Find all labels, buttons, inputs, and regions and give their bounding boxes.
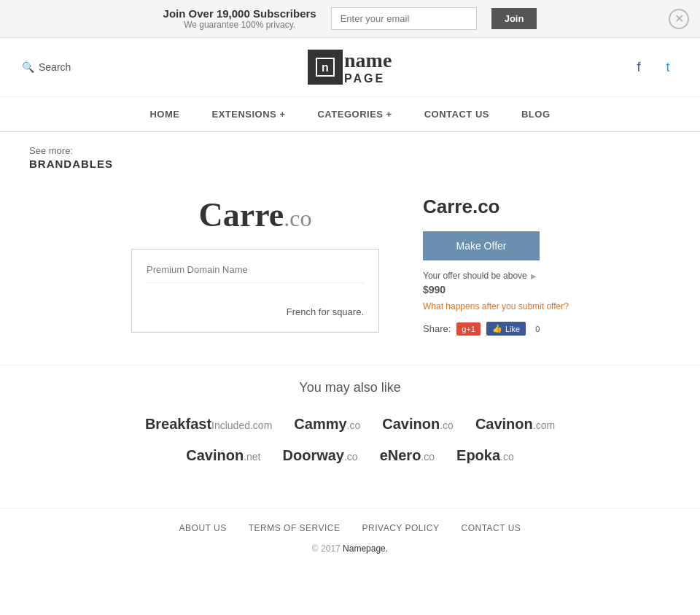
nav-blog[interactable]: BLOG bbox=[505, 97, 567, 131]
domain-desc: French for square. bbox=[147, 292, 364, 317]
domain-grid-row2: Cavinon.net Doorway.co eNero.co Epoka.co bbox=[29, 447, 671, 464]
footer-contact[interactable]: CONTACT US bbox=[461, 523, 521, 533]
banner-title: Join Over 19,000 Subscribers bbox=[163, 7, 316, 20]
also-like-section: You may also like BreakfastIncluded.com … bbox=[0, 365, 700, 508]
domain-name-bold: Carre bbox=[199, 196, 284, 233]
banner-subtitle: We guarantee 100% privacy. bbox=[163, 20, 316, 30]
email-input[interactable] bbox=[331, 7, 477, 30]
offer-note-text: Your offer should be above bbox=[423, 271, 527, 281]
domain-ext: .co bbox=[284, 205, 311, 231]
domain-right: Carre.co Make Offer Your offer should be… bbox=[423, 196, 569, 336]
footer-copy: © 2017 Namepage. bbox=[29, 544, 671, 554]
facebook-icon[interactable]: f bbox=[629, 57, 649, 77]
nav-extensions[interactable]: EXTENSIONS + bbox=[195, 97, 301, 131]
google-plus-button[interactable]: g+1 bbox=[456, 322, 481, 336]
similar-domain-7[interactable]: eNero.co bbox=[380, 447, 435, 464]
fb-thumbs-icon: 👍 bbox=[492, 324, 502, 333]
nav-categories[interactable]: CATEGORIES + bbox=[301, 97, 408, 131]
offer-link[interactable]: What happens after you submit offer? bbox=[423, 301, 569, 312]
arrow-icon: ▶ bbox=[531, 272, 537, 280]
search-label: Search bbox=[39, 61, 71, 73]
domain-card-title: Premium Domain Name bbox=[147, 264, 364, 283]
search-icon: 🔍 bbox=[22, 61, 34, 73]
also-like-heading: You may also like bbox=[29, 380, 671, 395]
join-button[interactable]: Join bbox=[491, 8, 537, 29]
domain-logo: Carre.co bbox=[131, 196, 379, 234]
category-label[interactable]: BRANDABLES bbox=[29, 158, 671, 170]
fb-like-label: Like bbox=[505, 325, 520, 333]
similar-domain-3[interactable]: Cavinon.co bbox=[382, 416, 454, 433]
nav-contact[interactable]: CONTACT US bbox=[408, 97, 505, 131]
footer-about[interactable]: ABOUT US bbox=[179, 523, 227, 533]
domain-full-name: Carre.co bbox=[423, 196, 569, 218]
similar-domain-2[interactable]: Cammy.co bbox=[294, 416, 360, 433]
similar-domain-6[interactable]: Doorway.co bbox=[283, 447, 358, 464]
top-banner: Join Over 19,000 Subscribers We guarante… bbox=[0, 0, 700, 38]
similar-domain-5[interactable]: Cavinon.net bbox=[186, 447, 260, 464]
header: 🔍 Search n name PAGE f t bbox=[0, 38, 700, 97]
banner-text: Join Over 19,000 Subscribers We guarante… bbox=[163, 7, 316, 30]
similar-domain-4[interactable]: Cavinon.com bbox=[475, 416, 555, 433]
domain-grid-row1: BreakfastIncluded.com Cammy.co Cavinon.c… bbox=[29, 416, 671, 433]
logo[interactable]: n name PAGE bbox=[308, 49, 392, 85]
search-area[interactable]: 🔍 Search bbox=[22, 61, 71, 73]
brand-link[interactable]: Namepage. bbox=[343, 544, 388, 554]
logo-icon: n bbox=[308, 50, 343, 85]
breadcrumb: See more: BRANDABLES bbox=[0, 132, 700, 174]
domain-left: Carre.co Premium Domain Name French for … bbox=[131, 196, 379, 333]
see-more-label: See more: bbox=[29, 145, 73, 156]
footer-privacy[interactable]: PRIVACY POLICY bbox=[362, 523, 440, 533]
make-offer-button[interactable]: Make Offer bbox=[423, 231, 540, 260]
svg-text:n: n bbox=[322, 61, 329, 74]
offer-note: Your offer should be above ▶ bbox=[423, 271, 569, 281]
fb-count: 0 bbox=[532, 323, 543, 335]
facebook-like-button[interactable]: 👍 Like bbox=[486, 322, 526, 336]
logo-svg: n bbox=[315, 57, 335, 77]
logo-text: name PAGE bbox=[344, 49, 392, 85]
similar-domain-8[interactable]: Epoka.co bbox=[456, 447, 514, 464]
share-label: Share: bbox=[423, 323, 451, 334]
main-nav: HOME EXTENSIONS + CATEGORIES + CONTACT U… bbox=[0, 97, 700, 132]
offer-price: $990 bbox=[423, 284, 569, 295]
similar-domain-1[interactable]: BreakfastIncluded.com bbox=[145, 416, 272, 433]
close-button[interactable]: ✕ bbox=[669, 9, 689, 29]
domain-card: Premium Domain Name French for square. bbox=[131, 249, 379, 333]
nav-home[interactable]: HOME bbox=[133, 97, 195, 131]
share-area: Share: g+1 👍 Like 0 bbox=[423, 322, 569, 336]
copyright-text: © 2017 bbox=[312, 544, 341, 554]
footer-links: ABOUT US TERMS OF SERVICE PRIVACY POLICY… bbox=[29, 523, 671, 533]
domain-section: Carre.co Premium Domain Name French for … bbox=[0, 174, 700, 365]
twitter-icon[interactable]: t bbox=[658, 57, 678, 77]
social-icons: f t bbox=[629, 57, 678, 77]
footer: ABOUT US TERMS OF SERVICE PRIVACY POLICY… bbox=[0, 508, 700, 568]
footer-terms[interactable]: TERMS OF SERVICE bbox=[249, 523, 341, 533]
